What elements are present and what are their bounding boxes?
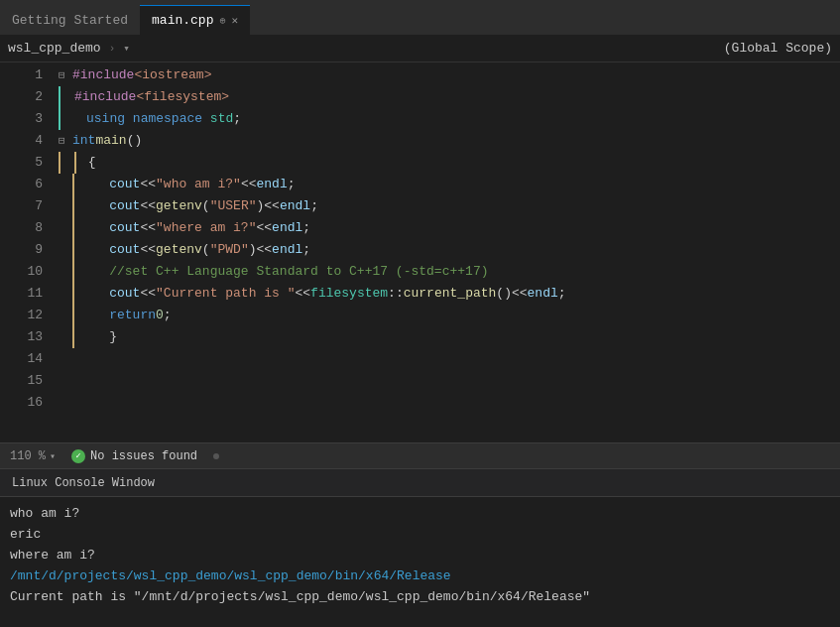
tab-getting-started-label: Getting Started <box>12 13 128 28</box>
terminal-header: Linux Console Window <box>0 469 840 497</box>
tab-pin-icon: ⊕ <box>219 15 225 27</box>
zoom-dropdown-icon[interactable]: ▾ <box>50 450 56 462</box>
code-line-6: ⊟ int main() <box>55 130 840 152</box>
terminal: Linux Console Window who am i? eric wher… <box>0 468 840 627</box>
code-line-1: ⊟ #include <iostream> <box>55 64 840 86</box>
breadcrumb-sep: › <box>109 43 116 55</box>
tab-main-cpp-label: main.cpp <box>152 13 213 28</box>
code-line-2: #include <filesystem> <box>55 86 840 108</box>
tab-getting-started[interactable]: Getting Started <box>0 5 140 35</box>
issues-label: No issues found <box>90 449 197 463</box>
code-line-16: } <box>55 326 840 348</box>
terminal-line-4: /mnt/d/projects/wsl_cpp_demo/wsl_cpp_dem… <box>10 565 830 586</box>
scroll-indicator <box>213 453 219 459</box>
line-numbers: 1 2 3 4 5 6 7 8 9 10 11 12 13 14 15 16 <box>0 63 55 442</box>
tab-main-cpp[interactable]: main.cpp ⊕ ✕ <box>140 5 250 35</box>
code-line-11: cout << getenv("PWD") << endl; <box>55 239 840 261</box>
fold-icon-6[interactable]: ⊟ <box>59 130 72 152</box>
terminal-line-2: eric <box>10 524 830 545</box>
check-icon: ✓ <box>71 449 85 463</box>
no-issues-indicator: ✓ No issues found <box>71 449 197 463</box>
code-line-15: return 0; <box>55 305 840 326</box>
code-line-10: cout << "where am i?" << endl; <box>55 217 840 239</box>
fold-icon-1[interactable]: ⊟ <box>59 64 72 86</box>
editor-header: wsl_cpp_demo › ▾ (Global Scope) <box>0 35 840 63</box>
code-line-14: cout << "Current path is " << filesystem… <box>55 283 840 305</box>
code-line-9: cout << getenv("USER") << endl; <box>55 195 840 217</box>
editor-status-bar: 110 % ▾ ✓ No issues found <box>0 442 840 468</box>
breadcrumb-project: wsl_cpp_demo <box>8 41 101 56</box>
zoom-level: 110 % <box>10 449 46 463</box>
terminal-body[interactable]: who am i? eric where am i? /mnt/d/projec… <box>0 497 840 627</box>
terminal-title: Linux Console Window <box>12 476 155 490</box>
terminal-line-1: who am i? <box>10 503 830 524</box>
code-line-13: //set C++ Language Standard to C++17 (-s… <box>55 261 840 283</box>
tab-close-button[interactable]: ✕ <box>231 14 238 27</box>
tab-bar: Getting Started main.cpp ⊕ ✕ <box>0 0 840 35</box>
terminal-line-3: where am i? <box>10 545 830 565</box>
code-line-7: { <box>55 152 840 174</box>
project-dropdown-icon[interactable]: ▾ <box>123 42 130 55</box>
code-line-4: using namespace std; <box>55 108 840 130</box>
editor-area: 1 2 3 4 5 6 7 8 9 10 11 12 13 14 15 16 ⊟… <box>0 63 840 442</box>
zoom-selector[interactable]: 110 % ▾ <box>10 449 56 463</box>
fold-spacer-2 <box>59 86 72 108</box>
code-content[interactable]: ⊟ #include <iostream> #include <filesyst… <box>55 63 840 442</box>
scope-selector[interactable]: (Global Scope) <box>724 41 832 56</box>
terminal-line-5: Current path is "/mnt/d/projects/wsl_cpp… <box>10 586 830 607</box>
code-line-8: cout << "who am i?" << endl; <box>55 174 840 195</box>
